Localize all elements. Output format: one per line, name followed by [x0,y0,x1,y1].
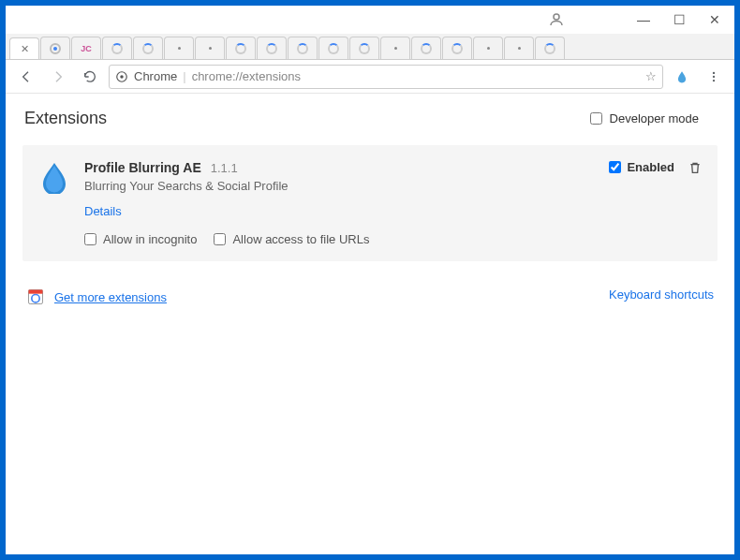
loading-spinner-icon [328,43,339,54]
tab[interactable]: JC [71,37,101,59]
forward-button[interactable] [45,64,71,90]
tab[interactable] [535,37,565,59]
developer-mode-checkbox[interactable] [590,112,602,125]
url-text: chrome://extensions [192,69,301,83]
allow-file-urls-checkbox[interactable] [214,233,226,245]
enabled-checkbox[interactable] [609,161,621,173]
allow-incognito-option[interactable]: Allow in incognito [84,232,197,246]
tab[interactable] [40,37,70,59]
tab[interactable] [102,37,132,59]
close-icon[interactable]: ✕ [21,43,29,55]
menu-button[interactable] [701,64,727,90]
svg-point-5 [713,71,715,73]
bookmark-star-icon[interactable]: ☆ [645,69,657,83]
tab[interactable] [288,37,318,59]
loading-spinner-icon [451,43,463,54]
page-title: Extensions [22,109,107,128]
allow-incognito-label: Allow in incognito [103,232,197,246]
svg-point-7 [713,79,715,81]
enabled-toggle[interactable]: Enabled [609,160,674,174]
address-bar[interactable]: Chrome | chrome://extensions ☆ [109,65,663,89]
tab[interactable] [226,37,256,59]
close-window-button[interactable]: ✕ [699,8,731,31]
url-separator: | [183,69,185,83]
tab-label: JC [81,44,92,53]
extension-card: Profile Blurring AE 1.1.1 Blurring Your … [22,145,718,261]
browser-toolbar: Chrome | chrome://extensions ☆ [6,60,734,94]
chrome-icon [50,43,61,54]
tab[interactable] [349,37,379,59]
loading-spinner-icon [421,43,432,54]
allow-file-urls-label: Allow access to file URLs [232,232,369,246]
loading-spinner-icon [544,43,555,54]
tab[interactable] [380,37,410,59]
developer-mode-label: Developer mode [610,111,699,125]
maximize-button[interactable]: ☐ [663,8,695,31]
extension-icon [37,160,71,194]
tab[interactable] [257,37,287,59]
tab[interactable] [504,37,534,59]
loading-spinner-icon [297,43,308,54]
svg-point-0 [554,14,559,20]
svg-point-2 [53,47,57,51]
trash-icon [688,160,703,175]
svg-rect-10 [29,290,43,294]
loading-spinner-icon [111,43,123,54]
loading-spinner-icon [359,43,370,54]
page-content: Extensions Developer mode Profile Blurri… [6,94,734,554]
svg-point-4 [120,75,124,79]
tab[interactable] [164,37,194,59]
extension-name: Profile Blurring AE [84,160,201,175]
tab-favicon [487,47,490,50]
delete-extension-button[interactable] [688,160,703,179]
reload-button[interactable] [77,64,103,90]
keyboard-shortcuts-link[interactable]: Keyboard shortcuts [609,287,714,306]
tab-favicon [394,47,397,50]
tab[interactable] [318,37,348,59]
extension-details-link[interactable]: Details [84,204,122,218]
tab-favicon [209,47,212,50]
window-title-bar: — ☐ ✕ [6,6,734,34]
tab-active[interactable]: ✕ [9,37,39,60]
tab[interactable] [473,37,503,59]
tab[interactable] [442,37,472,59]
loading-spinner-icon [235,43,246,54]
tab-strip: ✕ JC [6,34,734,60]
chrome-web-store-icon [26,287,45,306]
minimize-button[interactable]: — [628,8,659,31]
tab[interactable] [133,37,163,59]
tab[interactable] [411,37,441,59]
profile-avatar-icon[interactable] [545,8,568,31]
back-button[interactable] [13,64,39,90]
extension-version: 1.1.1 [211,161,238,175]
svg-point-6 [713,75,715,77]
get-more-extensions-link[interactable]: Get more extensions [54,290,167,304]
allow-incognito-checkbox[interactable] [84,233,96,245]
allow-file-urls-option[interactable]: Allow access to file URLs [214,232,369,246]
tab-favicon [518,47,521,50]
loading-spinner-icon [266,43,277,54]
enabled-label: Enabled [627,160,674,174]
tab-favicon [178,47,181,50]
extension-description: Blurring Your Searchs & Social Profile [84,179,596,193]
url-scheme-label: Chrome [134,69,177,83]
chrome-badge-icon [115,70,128,83]
extension-drop-icon[interactable] [669,64,695,90]
tab[interactable] [195,37,225,59]
developer-mode-toggle[interactable]: Developer mode [590,111,699,125]
loading-spinner-icon [142,43,154,54]
